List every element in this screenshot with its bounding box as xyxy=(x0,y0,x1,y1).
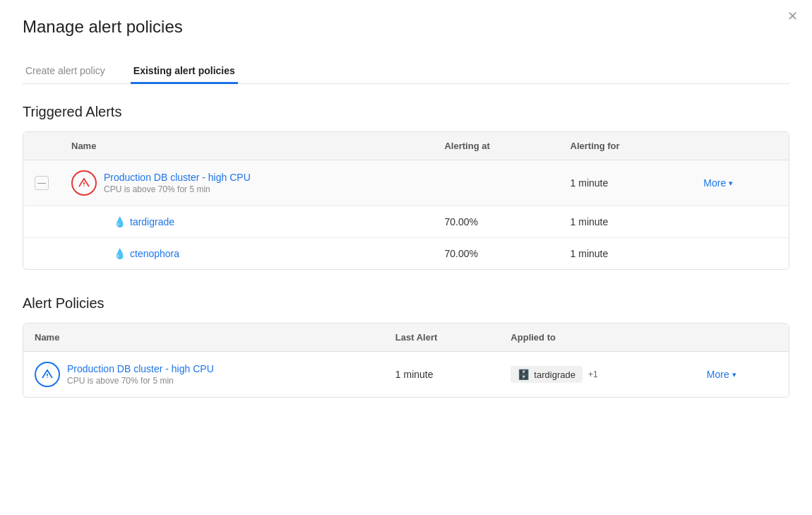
chevron-down-icon: ▾ xyxy=(729,179,733,188)
triggered-alerts-table-container: Name Alerting at Alerting for — xyxy=(23,131,789,270)
sub-link-ctenophora[interactable]: ctenophora xyxy=(130,248,179,259)
tab-create[interactable]: Create alert policy xyxy=(23,59,108,84)
policy-more-cell: More ▾ xyxy=(695,352,789,398)
alert-policy-row-1: Production DB cluster - high CPU CPU is … xyxy=(23,352,789,398)
page-title: Manage alert policies xyxy=(23,17,789,37)
alert-policies-table: Name Last Alert Applied to xyxy=(23,324,789,397)
policy-chevron-down-icon: ▾ xyxy=(732,370,736,379)
policies-name-header: Name xyxy=(23,324,384,352)
policy-more-button[interactable]: More ▾ xyxy=(707,369,736,380)
triggered-sub-more-ctenophora xyxy=(692,238,789,270)
triggered-sub-more-tardigrade xyxy=(692,206,789,238)
policy-name-cell: Production DB cluster - high CPU CPU is … xyxy=(23,352,384,398)
triggered-parent-more-label: More xyxy=(703,177,726,189)
applied-to-tag: 🗄️ tardigrade xyxy=(511,366,583,383)
policies-last-alert-header: Last Alert xyxy=(384,324,500,352)
triggered-alerts-table: Name Alerting at Alerting for — xyxy=(23,132,789,269)
triggered-sub-alerting-for-ctenophora: 1 minute xyxy=(559,238,693,270)
alert-policies-table-container: Name Last Alert Applied to xyxy=(23,323,789,398)
triggered-parent-name-link[interactable]: Production DB cluster - high CPU xyxy=(104,172,251,183)
triggered-name-header: Name xyxy=(60,132,433,160)
droplet-icon-tardigrade: 💧 xyxy=(114,216,126,227)
triggered-sub-name-ctenophora: 💧 ctenophora xyxy=(60,238,433,270)
applied-to-extra-badge: +1 xyxy=(588,369,598,379)
close-button[interactable]: ✕ xyxy=(787,8,798,24)
policy-more-label: More xyxy=(707,369,729,380)
triggered-alerting-at-header: Alerting at xyxy=(433,132,559,160)
triggered-parent-row: — Production DB cluster - high CPU xyxy=(23,160,789,206)
alert-icon-red xyxy=(71,170,97,196)
triggered-sub-name-tardigrade: 💧 tardigrade xyxy=(60,206,433,238)
triggered-actions-col-header xyxy=(692,132,789,160)
triggered-parent-name-cell: Production DB cluster - high CPU CPU is … xyxy=(60,160,433,206)
triggered-parent-more-cell: More ▾ xyxy=(692,160,789,206)
policy-last-alert: 1 minute xyxy=(384,352,500,398)
triggered-sub-row-tardigrade: 💧 tardigrade 70.00% 1 minute xyxy=(23,206,789,238)
triggered-parent-desc: CPU is above 70% for 5 min xyxy=(104,184,251,194)
db-icon-tardigrade: 🗄️ xyxy=(518,369,530,380)
expand-cell: — xyxy=(23,160,60,206)
droplet-icon-ctenophora: 💧 xyxy=(114,248,126,259)
policies-actions-col-header xyxy=(695,324,789,352)
policy-applied-to: 🗄️ tardigrade +1 xyxy=(499,352,695,398)
tab-existing[interactable]: Existing alert policies xyxy=(131,59,238,84)
policy-name-link[interactable]: Production DB cluster - high CPU xyxy=(67,363,214,374)
sub-row-expand-empty-2 xyxy=(23,238,60,270)
triggered-sub-alerting-at-ctenophora: 70.00% xyxy=(433,238,559,270)
sub-link-tardigrade[interactable]: tardigrade xyxy=(130,216,174,227)
alert-policies-header-row: Name Last Alert Applied to xyxy=(23,324,789,352)
triggered-alerts-header-row: Name Alerting at Alerting for xyxy=(23,132,789,160)
policy-desc: CPU is above 70% for 5 min xyxy=(67,376,214,386)
triggered-sub-alerting-for-tardigrade: 1 minute xyxy=(559,206,693,238)
expand-icon[interactable]: — xyxy=(35,176,49,190)
triggered-expand-col-header xyxy=(23,132,60,160)
triggered-sub-row-ctenophora: 💧 ctenophora 70.00% 1 minute xyxy=(23,238,789,270)
triggered-parent-alerting-for: 1 minute xyxy=(559,160,693,206)
sub-row-expand-empty xyxy=(23,206,60,238)
triggered-alerting-for-header: Alerting for xyxy=(559,132,693,160)
triggered-sub-alerting-at-tardigrade: 70.00% xyxy=(433,206,559,238)
triggered-alerts-title: Triggered Alerts xyxy=(23,104,789,120)
policies-applied-to-header: Applied to xyxy=(499,324,695,352)
alert-icon-blue xyxy=(35,362,60,387)
applied-to-tag-label: tardigrade xyxy=(534,369,575,380)
triggered-parent-alerting-at xyxy=(433,160,559,206)
svg-point-3 xyxy=(47,377,48,378)
tab-bar: Create alert policy Existing alert polic… xyxy=(23,59,789,84)
triggered-parent-more-button[interactable]: More ▾ xyxy=(703,177,733,189)
alert-policies-title: Alert Policies xyxy=(23,295,789,312)
svg-point-1 xyxy=(83,185,85,187)
